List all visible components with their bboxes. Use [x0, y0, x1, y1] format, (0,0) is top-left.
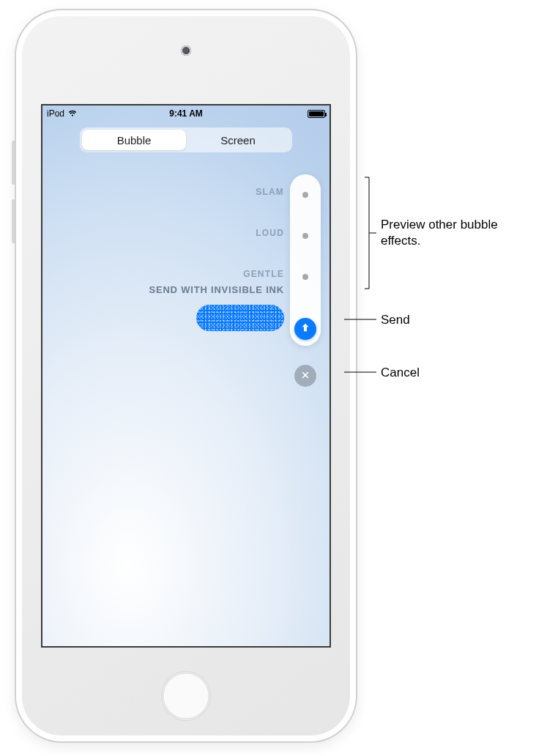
- battery-icon: [308, 110, 325, 118]
- arrow-up-icon: [299, 322, 311, 336]
- callout-preview-effects: Preview other bubble effects.: [381, 217, 527, 249]
- tab-screen[interactable]: Screen: [186, 130, 290, 150]
- message-bubble-preview: [196, 305, 284, 331]
- screen: iPod 9:41 AM Bubble Screen SLAM LOUD GEN…: [41, 104, 331, 648]
- send-button[interactable]: [294, 318, 316, 340]
- effect-invisible-ink-label: SEND WITH INVISIBLE INK: [149, 284, 284, 295]
- device-frame: iPod 9:41 AM Bubble Screen SLAM LOUD GEN…: [15, 9, 357, 743]
- status-bar: iPod 9:41 AM: [42, 105, 330, 122]
- home-button[interactable]: [161, 671, 211, 721]
- tab-bubble-label: Bubble: [117, 134, 152, 147]
- effect-slam-dot[interactable]: [302, 192, 308, 198]
- cancel-button[interactable]: [294, 365, 316, 387]
- effect-slam-label: SLAM: [256, 187, 284, 197]
- effect-loud-label: LOUD: [256, 228, 284, 238]
- carrier-label: iPod: [47, 108, 64, 119]
- tab-screen-label: Screen: [220, 134, 256, 147]
- effect-picker-track: [290, 174, 321, 346]
- effect-type-segmented-control[interactable]: Bubble Screen: [80, 127, 292, 152]
- invisible-ink-noise: [196, 305, 284, 331]
- effect-loud-dot[interactable]: [302, 233, 308, 239]
- wifi-icon: [67, 108, 78, 120]
- effect-gentle-dot[interactable]: [302, 274, 308, 280]
- clock-label: 9:41 AM: [169, 108, 203, 119]
- volume-down-button: [12, 199, 15, 243]
- front-camera: [181, 45, 191, 56]
- tab-bubble[interactable]: Bubble: [82, 130, 186, 150]
- callout-send: Send: [381, 312, 410, 328]
- effect-gentle-label: GENTLE: [243, 269, 284, 279]
- volume-up-button: [12, 141, 15, 185]
- callout-cancel: Cancel: [381, 365, 420, 381]
- close-icon: [301, 369, 310, 382]
